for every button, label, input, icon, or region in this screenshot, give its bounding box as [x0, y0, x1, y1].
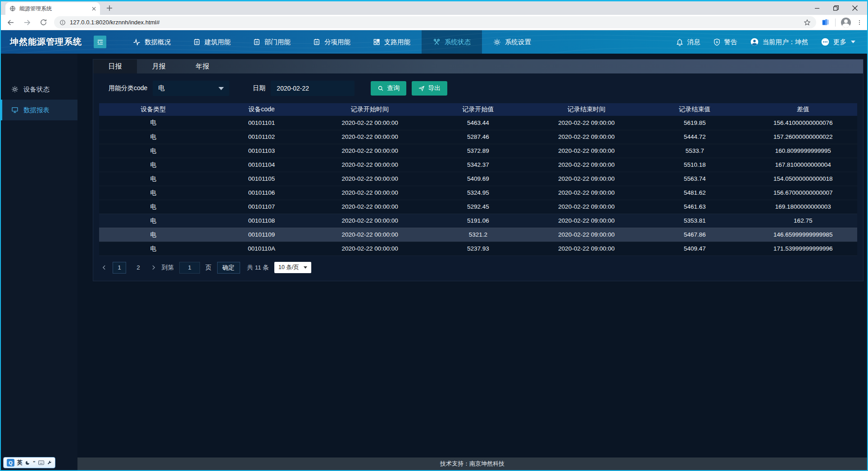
nav-item-building-energy[interactable]: 建筑用能	[182, 30, 242, 54]
date-input[interactable]: 2020-02-22	[271, 81, 354, 96]
nav-item-subitem-energy[interactable]: 分项用能	[302, 30, 362, 54]
content-column: 日报 月报 年报 用能分类code 电 日期 2020-02-22	[77, 54, 867, 470]
tools-icon	[433, 38, 441, 46]
site-info-icon[interactable]	[59, 19, 66, 26]
table-row[interactable]: 电001011052020-02-22 00:00:005409.692020-…	[99, 172, 857, 186]
table-cell: 5237.93	[424, 242, 532, 256]
table-cell: 2020-02-22 09:00:00	[532, 242, 641, 256]
tab-daily[interactable]: 日报	[93, 59, 137, 73]
tab-monthly[interactable]: 月报	[137, 59, 181, 73]
profile-avatar-icon[interactable]	[841, 18, 851, 27]
alerts-button[interactable]: 警告	[713, 38, 737, 46]
gear-icon	[493, 38, 501, 46]
user-avatar-icon	[750, 37, 759, 46]
table-cell: 5287.46	[424, 130, 532, 144]
goto-prefix-label: 到第	[162, 264, 174, 272]
tab-title: 能源管理系统	[19, 5, 88, 13]
address-bar[interactable]: 127.0.0.1:8020/krznnh/index.html#	[54, 16, 816, 28]
date-label: 日期	[253, 84, 265, 92]
nav-item-label: 支路用能	[384, 38, 410, 46]
table-row[interactable]: 电001011062020-02-22 00:00:005324.952020-…	[99, 186, 857, 200]
nav-item-data-overview[interactable]: 数据概况	[122, 30, 182, 54]
menu-fold-icon	[96, 38, 104, 46]
page-size-select[interactable]: 10 条/页	[274, 262, 311, 273]
nav-item-department-energy[interactable]: 部门用能	[242, 30, 302, 54]
more-button[interactable]: 更多	[821, 37, 855, 46]
wrench-icon[interactable]	[47, 460, 52, 465]
extension-icon[interactable]	[822, 18, 830, 27]
browser-tab[interactable]: 能源管理系统	[5, 2, 100, 15]
keyboard-icon[interactable]	[38, 460, 44, 465]
table-cell: 2020-02-22 09:00:00	[532, 172, 641, 186]
minimize-button[interactable]	[808, 1, 827, 15]
page-footer: 技术支持：南京坤然科技	[77, 457, 867, 470]
sidebar-toggle-button[interactable]	[94, 36, 106, 48]
close-button[interactable]	[845, 1, 864, 15]
table-cell: 2020-02-22 09:00:00	[532, 116, 641, 130]
punctuation-icon[interactable]: ”	[33, 460, 36, 466]
nav-item-system-settings[interactable]: 系统设置	[482, 30, 542, 54]
table-row[interactable]: 电001011082020-02-22 00:00:005191.062020-…	[99, 214, 857, 228]
notebook-icon	[313, 38, 320, 46]
page-size-value: 10 条/页	[278, 264, 299, 271]
table-cell: 00101109	[207, 228, 315, 242]
total-count-label: 共 11 条	[247, 264, 269, 272]
confirm-button[interactable]: 确定	[217, 262, 240, 274]
table-cell: 00101101	[207, 116, 315, 130]
table-cell: 2020-02-22 00:00:00	[316, 130, 424, 144]
table-row[interactable]: 电0010110A2020-02-22 00:00:005237.932020-…	[99, 242, 857, 256]
table-cell: 2020-02-22 00:00:00	[316, 158, 424, 172]
table-cell: 5191.06	[424, 214, 532, 228]
app-header: 坤然能源管理系统 数据概况 建筑用能 部门用能 分项用能	[1, 30, 867, 54]
table-row[interactable]: 电001011072020-02-22 00:00:005292.452020-…	[99, 200, 857, 214]
table-row[interactable]: 电001011092020-02-22 00:00:005321.22020-0…	[99, 228, 857, 242]
goto-page-input[interactable]: 1	[179, 262, 200, 274]
table-cell: 5563.74	[641, 172, 749, 186]
goto-suffix-label: 页	[205, 264, 212, 272]
restore-button[interactable]	[827, 1, 845, 15]
table-row[interactable]: 电001011042020-02-22 00:00:005342.372020-…	[99, 158, 857, 172]
toolbar-right	[822, 18, 863, 27]
table-row[interactable]: 电001011022020-02-22 00:00:005287.462020-…	[99, 130, 857, 144]
back-icon[interactable]	[5, 17, 16, 28]
ime-language-label[interactable]: 英	[17, 459, 23, 466]
new-tab-button[interactable]	[104, 2, 115, 14]
export-button[interactable]: 导出	[412, 81, 447, 96]
sidebar-item-device-status[interactable]: 设备状态	[1, 79, 77, 100]
table-row[interactable]: 电001011032020-02-22 00:00:005372.892020-…	[99, 144, 857, 158]
table-cell: 5324.95	[424, 186, 532, 200]
table-cell: 2020-02-22 09:00:00	[532, 214, 641, 228]
query-button[interactable]: 查询	[371, 81, 406, 96]
prev-page-icon[interactable]	[101, 265, 107, 270]
forward-icon[interactable]	[22, 17, 32, 28]
sidebar-item-data-report[interactable]: 数据报表	[1, 100, 77, 120]
bookmark-star-icon[interactable]	[804, 19, 811, 26]
next-page-icon[interactable]	[150, 265, 156, 270]
grid-icon	[373, 38, 380, 46]
table-row[interactable]: 电001011012020-02-22 00:00:005463.442020-…	[99, 116, 857, 130]
messages-button[interactable]: 消息	[676, 38, 700, 46]
table-cell: 5619.85	[641, 116, 749, 130]
reload-icon[interactable]	[38, 17, 49, 28]
nav-item-system-status[interactable]: 系统状态	[422, 30, 482, 54]
column-header: 记录开始时间	[316, 103, 424, 116]
gear-icon	[11, 86, 18, 93]
moon-icon[interactable]	[25, 460, 30, 465]
page-number-2[interactable]: 2	[132, 262, 145, 274]
more-label: 更多	[833, 38, 846, 46]
url-text[interactable]: 127.0.0.1:8020/krznnh/index.html#	[70, 19, 800, 26]
table-cell: 2020-02-22 09:00:00	[532, 200, 641, 214]
nav-item-branch-energy[interactable]: 支路用能	[362, 30, 422, 54]
table-cell: 5372.89	[424, 144, 532, 158]
current-user-button[interactable]: 当前用户：坤然	[750, 37, 809, 46]
tab-close-icon[interactable]	[92, 7, 96, 11]
browser-menu-icon[interactable]	[856, 19, 863, 26]
table-cell: 5353.81	[641, 214, 749, 228]
table-cell: 2020-02-22 00:00:00	[316, 228, 424, 242]
tab-yearly[interactable]: 年报	[181, 59, 224, 73]
browser-window: 能源管理系统	[0, 0, 868, 471]
page-number-1[interactable]: 1	[113, 262, 126, 274]
table-cell: 156.67000000000007	[749, 186, 857, 200]
category-select[interactable]: 电	[153, 81, 229, 96]
ime-logo-icon[interactable]: Q	[7, 459, 14, 466]
